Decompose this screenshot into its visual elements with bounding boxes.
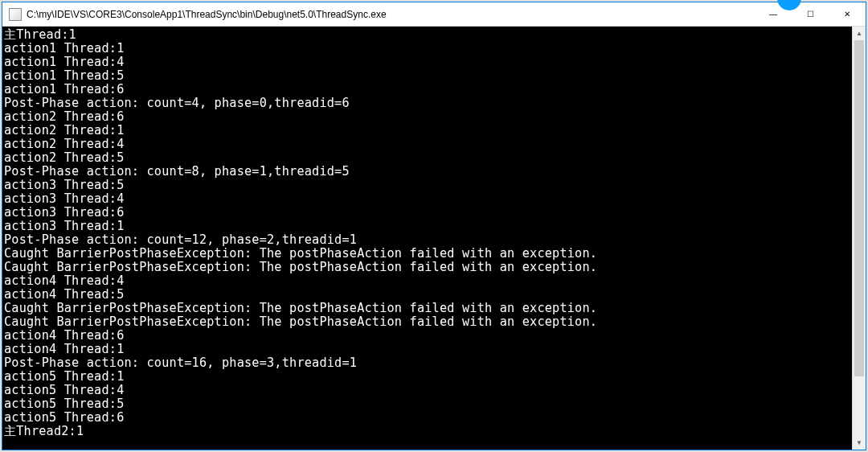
console-line: action4 Thread:4 bbox=[4, 274, 852, 288]
console-line: action3 Thread:6 bbox=[4, 206, 852, 220]
console-area: 主Thread:1action1 Thread:1action1 Thread:… bbox=[2, 27, 866, 450]
console-output[interactable]: 主Thread:1action1 Thread:1action1 Thread:… bbox=[2, 27, 852, 450]
console-line: action2 Thread:4 bbox=[4, 138, 852, 151]
console-line: Caught BarrierPostPhaseException: The po… bbox=[4, 302, 852, 315]
console-line: action3 Thread:4 bbox=[4, 192, 852, 206]
vertical-scrollbar[interactable]: ▲ ▼ bbox=[852, 27, 866, 450]
console-line: Caught BarrierPostPhaseException: The po… bbox=[4, 247, 852, 261]
console-line: Post-Phase action: count=8, phase=1,thre… bbox=[4, 165, 852, 179]
console-line: action3 Thread:1 bbox=[4, 220, 852, 233]
console-line: action2 Thread:5 bbox=[4, 151, 852, 165]
console-line: action1 Thread:6 bbox=[4, 83, 852, 97]
console-line: action2 Thread:6 bbox=[4, 110, 852, 124]
scrollbar-up-button[interactable]: ▲ bbox=[853, 27, 866, 40]
console-line: action5 Thread:4 bbox=[4, 384, 852, 397]
console-line: Post-Phase action: count=12, phase=2,thr… bbox=[4, 233, 852, 247]
console-window: C:\my\IDE\VS\CORE3\ConsoleApp1\ThreadSyn… bbox=[2, 2, 866, 450]
console-line: 主Thread:1 bbox=[4, 28, 852, 42]
close-button[interactable]: ✕ bbox=[829, 2, 866, 26]
console-line: action1 Thread:4 bbox=[4, 55, 852, 69]
console-line: action4 Thread:1 bbox=[4, 343, 852, 356]
scrollbar-thumb[interactable] bbox=[854, 40, 864, 376]
console-line: action5 Thread:5 bbox=[4, 397, 852, 411]
titlebar-buttons: — ☐ ✕ bbox=[755, 2, 866, 26]
console-line: action3 Thread:5 bbox=[4, 179, 852, 192]
window-title: C:\my\IDE\VS\CORE3\ConsoleApp1\ThreadSyn… bbox=[27, 9, 755, 20]
console-line: action4 Thread:6 bbox=[4, 329, 852, 343]
console-line: Caught BarrierPostPhaseException: The po… bbox=[4, 261, 852, 274]
app-icon bbox=[9, 8, 22, 21]
console-line: action5 Thread:1 bbox=[4, 370, 852, 384]
scrollbar-track[interactable] bbox=[853, 40, 866, 436]
console-line: action1 Thread:1 bbox=[4, 42, 852, 55]
console-line: action4 Thread:5 bbox=[4, 288, 852, 302]
console-line: action5 Thread:6 bbox=[4, 411, 852, 425]
console-line: 主Thread2:1 bbox=[4, 425, 852, 438]
console-line: Post-Phase action: count=16, phase=3,thr… bbox=[4, 356, 852, 370]
titlebar[interactable]: C:\my\IDE\VS\CORE3\ConsoleApp1\ThreadSyn… bbox=[2, 2, 866, 27]
console-line: Post-Phase action: count=4, phase=0,thre… bbox=[4, 97, 852, 110]
scrollbar-down-button[interactable]: ▼ bbox=[853, 436, 866, 450]
console-line: action2 Thread:1 bbox=[4, 124, 852, 138]
console-line: Caught BarrierPostPhaseException: The po… bbox=[4, 315, 852, 329]
console-line: action1 Thread:5 bbox=[4, 69, 852, 83]
